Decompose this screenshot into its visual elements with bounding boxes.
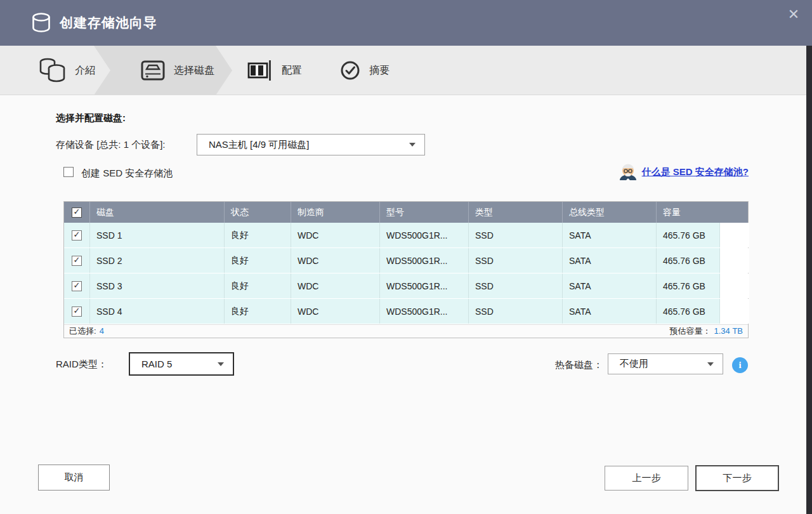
raid-type-value: RAID 5 (130, 359, 218, 369)
table-footer: 已选择:4 预估容量：1.34 TB (64, 324, 748, 338)
row-checkbox[interactable] (72, 306, 82, 317)
summary-step-icon (340, 60, 360, 81)
storage-device-label: 存储设备 [总共: 1 个设备]: (56, 139, 166, 151)
step-intro[interactable]: 介紹 (37, 46, 95, 95)
storage-pool-icon (30, 12, 52, 34)
scrollbar-gutter (719, 299, 749, 324)
config-step-icon (247, 60, 273, 81)
wizard-stepbar: 介紹 选择磁盘 配置 摘要 (0, 46, 812, 95)
cell-disk: SSD 3 (89, 273, 224, 298)
step-summary-label: 摘要 (369, 64, 390, 77)
step-summary[interactable]: 摘要 (340, 46, 390, 95)
row-checkbox[interactable] (72, 256, 82, 266)
dropdown-arrow-icon (218, 362, 224, 366)
column-header-type[interactable]: 类型 (468, 202, 562, 223)
page-title: 创建存储池向导 (60, 14, 157, 32)
sed-help-link[interactable]: 什么是 SED 安全存储池? (642, 166, 749, 178)
scrollbar-gutter (719, 273, 749, 298)
cell-capacity: 465.76 GB (656, 273, 719, 298)
cell-capacity: 465.76 GB (656, 248, 719, 273)
sed-help-area: 什么是 SED 安全存储池? (619, 163, 749, 181)
cell-bus: SATA (562, 273, 656, 298)
step-configure[interactable]: 配置 (247, 46, 302, 95)
column-header-model[interactable]: 型号 (379, 202, 468, 223)
step-configure-label: 配置 (282, 64, 302, 77)
background-edge (806, 46, 812, 514)
storage-device-select[interactable]: NAS主机 [4/9 可用磁盘] (197, 134, 425, 155)
cell-status: 良好 (224, 273, 291, 298)
column-header-status[interactable]: 状态 (224, 202, 291, 223)
cell-type: SSD (468, 248, 562, 273)
cell-disk: SSD 4 (89, 299, 224, 324)
cell-model: WDS500G1R... (379, 299, 468, 324)
column-header-disk[interactable]: 磁盘 (89, 202, 224, 223)
professor-icon (619, 163, 637, 181)
info-icon[interactable]: i (732, 357, 748, 373)
cancel-button[interactable]: 取消 (38, 465, 110, 491)
cell-type: SSD (468, 299, 562, 324)
cell-manufacturer: WDC (291, 248, 379, 273)
row-checkbox[interactable] (72, 230, 82, 241)
cell-type: SSD (468, 273, 562, 298)
scrollbar-gutter (719, 223, 749, 247)
hot-spare-label: 热备磁盘： (555, 359, 603, 371)
cell-bus: SATA (562, 223, 656, 247)
step-select-disks-label: 选择磁盘 (174, 64, 214, 77)
storage-device-value: NAS主机 [4/9 可用磁盘] (197, 139, 409, 151)
disk-table-header: 磁盘 状态 制造商 型号 类型 总线类型 容量 (64, 202, 748, 223)
raid-type-label: RAID类型： (56, 359, 107, 371)
dropdown-arrow-icon (409, 143, 416, 147)
cell-disk: SSD 2 (89, 248, 224, 273)
selected-count: 已选择:4 (69, 326, 104, 337)
cell-bus: SATA (562, 248, 656, 273)
next-button[interactable]: 下一步 (695, 465, 779, 491)
cell-type: SSD (468, 223, 562, 247)
column-header-bus[interactable]: 总线类型 (562, 202, 656, 223)
disk-table: 磁盘 状态 制造商 型号 类型 总线类型 容量 SSD 1 良好 WDC WDS… (63, 201, 749, 338)
sed-checkbox-label: 创建 SED 安全存储池 (81, 168, 173, 180)
cell-status: 良好 (224, 248, 291, 273)
row-checkbox[interactable] (72, 281, 82, 291)
table-row[interactable]: SSD 1 良好 WDC WDS500G1R... SSD SATA 465.7… (64, 223, 748, 248)
cell-model: WDS500G1R... (379, 273, 468, 298)
section-title: 选择并配置磁盘: (56, 112, 126, 124)
titlebar: 创建存储池向导 ✕ (0, 0, 812, 46)
cell-model: WDS500G1R... (379, 248, 468, 273)
hot-spare-value: 不使用 (608, 358, 707, 370)
cell-manufacturer: WDC (291, 273, 379, 298)
disk-step-icon (141, 60, 165, 81)
step-select-disks[interactable]: 选择磁盘 (141, 46, 214, 95)
cell-capacity: 465.76 GB (656, 223, 719, 247)
cell-status: 良好 (224, 299, 291, 324)
close-icon[interactable]: ✕ (784, 5, 803, 24)
cell-model: WDS500G1R... (379, 223, 468, 247)
cell-capacity: 465.76 GB (656, 299, 719, 324)
column-header-capacity[interactable]: 容量 (656, 202, 749, 223)
intro-step-icon (37, 57, 66, 84)
cell-manufacturer: WDC (291, 223, 379, 247)
cell-bus: SATA (562, 299, 656, 324)
table-row[interactable]: SSD 4 良好 WDC WDS500G1R... SSD SATA 465.7… (64, 299, 748, 324)
raid-type-select[interactable]: RAID 5 (129, 352, 234, 376)
select-all-checkbox[interactable] (72, 208, 82, 218)
previous-button[interactable]: 上一步 (605, 466, 688, 491)
select-all-cell (64, 202, 89, 223)
cell-disk: SSD 1 (89, 223, 224, 247)
step-intro-label: 介紹 (75, 64, 95, 77)
sed-checkbox[interactable] (63, 167, 74, 177)
hot-spare-select[interactable]: 不使用 (608, 353, 723, 374)
scrollbar-gutter (719, 248, 749, 273)
estimated-capacity: 预估容量：1.34 TB (669, 326, 743, 337)
column-header-manufacturer[interactable]: 制造商 (291, 202, 379, 223)
cell-status: 良好 (224, 223, 291, 247)
cell-manufacturer: WDC (291, 299, 379, 324)
table-row[interactable]: SSD 3 良好 WDC WDS500G1R... SSD SATA 465.7… (64, 273, 748, 299)
table-row[interactable]: SSD 2 良好 WDC WDS500G1R... SSD SATA 465.7… (64, 248, 748, 273)
dropdown-arrow-icon (707, 362, 714, 366)
wizard-dialog: 创建存储池向导 ✕ 介紹 选择磁盘 (0, 0, 812, 514)
